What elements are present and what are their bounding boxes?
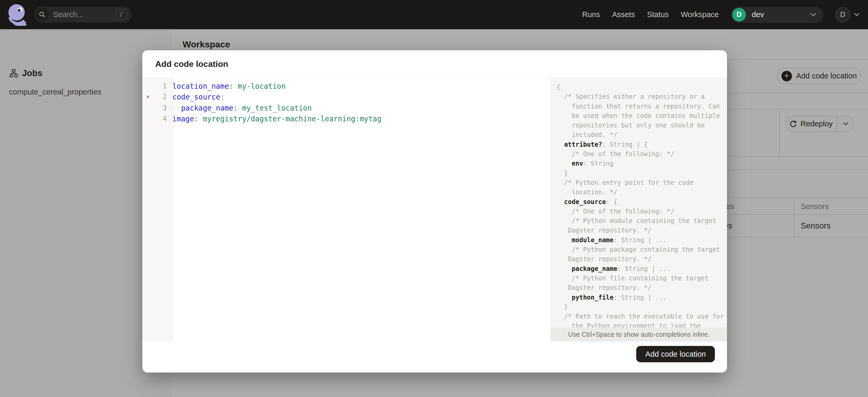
nav-link-runs[interactable]: Runs xyxy=(582,10,600,19)
schema-line: Dagster repository. */ xyxy=(556,254,727,264)
dialog-footer: Add code location xyxy=(142,341,727,372)
deployment-name: dev xyxy=(752,10,764,19)
line-number: 2 xyxy=(153,93,170,101)
line-number: 1 xyxy=(153,82,170,90)
search-placeholder: Search... xyxy=(53,10,115,19)
code-text: location_name: my-location xyxy=(170,82,285,90)
schema-line: } xyxy=(556,302,727,312)
schema-sidebar[interactable]: { /* Specifies either a repository or a … xyxy=(551,78,727,341)
editor-line[interactable]: ▼2code_source: xyxy=(142,92,551,103)
submit-add-code-location-button[interactable]: Add code location xyxy=(636,346,715,362)
fold-arrow-icon[interactable]: ▼ xyxy=(142,94,153,99)
search-shortcut-badge: / xyxy=(115,9,127,20)
schema-line: be used when the code contains multiple xyxy=(556,111,727,121)
chevron-down-icon xyxy=(810,13,816,17)
top-navbar: Search... / RunsAssetsStatusWorkspace D … xyxy=(0,0,868,29)
user-avatar: D xyxy=(835,7,850,22)
schema-line: included. */ xyxy=(556,130,727,140)
schema-line: attribute?: String | { xyxy=(556,140,727,149)
line-number: 3 xyxy=(153,104,170,112)
schema-line: } xyxy=(556,169,727,178)
dagster-logo-icon[interactable] xyxy=(6,3,28,26)
nav-link-assets[interactable]: Assets xyxy=(612,10,635,19)
nav-link-status[interactable]: Status xyxy=(647,10,669,19)
schema-line: module_name: String | ... xyxy=(556,235,727,245)
deployment-switcher[interactable]: D dev xyxy=(731,7,823,23)
nav-link-workspace[interactable]: Workspace xyxy=(681,10,719,19)
schema-line: /* Python package containing the target xyxy=(556,245,727,254)
schema-line: env: String xyxy=(556,159,727,168)
dialog-header: Add code location xyxy=(142,50,727,78)
deployment-avatar: D xyxy=(732,8,746,22)
editor-line[interactable]: 4image: myregistry/dagster-machine-learn… xyxy=(142,114,551,124)
code-text: ··package_name: my_test_location xyxy=(170,104,312,112)
schema-line: /* Python file containing the target xyxy=(556,274,727,283)
code-text: image: myregistry/dagster-machine-learni… xyxy=(170,115,381,123)
schema-line: Dagster repository. */ xyxy=(556,225,727,235)
schema-line: repositories but only one should be xyxy=(556,121,727,130)
config-editor[interactable]: 1location_name: my-location▼2code_source… xyxy=(142,78,551,341)
add-code-location-dialog: Add code location 1location_name: my-loc… xyxy=(142,50,727,372)
chevron-down-icon xyxy=(854,13,860,16)
schema-line: /* One of the following: */ xyxy=(556,149,727,159)
schema-line: /* Python entry point for the code xyxy=(556,178,727,187)
schema-line: location. */ xyxy=(556,187,727,197)
editor-line[interactable]: 3··package_name: my_test_location xyxy=(142,102,551,114)
schema-line: python_file: String | ... xyxy=(556,293,727,302)
global-search-input[interactable]: Search... / xyxy=(34,7,131,22)
schema-line: /* Specifies either a repository or a xyxy=(556,92,727,101)
schema-line: /* Path to reach the executable to use f… xyxy=(556,312,727,321)
search-icon xyxy=(35,8,49,21)
schema-line: /* One of the following: */ xyxy=(556,207,727,216)
schema-line: Dagster repository. */ xyxy=(556,283,727,293)
user-menu[interactable]: D xyxy=(835,7,860,22)
schema-line: { xyxy=(556,83,727,92)
schema-pre: { /* Specifies either a repository or a … xyxy=(551,78,727,331)
schema-line: code_source: { xyxy=(556,197,727,207)
autocomplete-hint: Use Ctrl+Space to show auto-completions … xyxy=(551,328,727,341)
schema-line: package_name: String | ... xyxy=(556,264,727,274)
schema-line: /* Python module containing the target xyxy=(556,216,727,225)
code-text: code_source: xyxy=(170,93,225,101)
nav-links: RunsAssetsStatusWorkspace xyxy=(582,10,719,19)
editor-lines: 1location_name: my-location▼2code_source… xyxy=(142,81,551,124)
dialog-title: Add code location xyxy=(155,59,228,69)
line-number: 4 xyxy=(153,115,170,123)
schema-line: function that returns a repository. Can xyxy=(556,102,727,111)
editor-line[interactable]: 1location_name: my-location xyxy=(142,81,551,92)
